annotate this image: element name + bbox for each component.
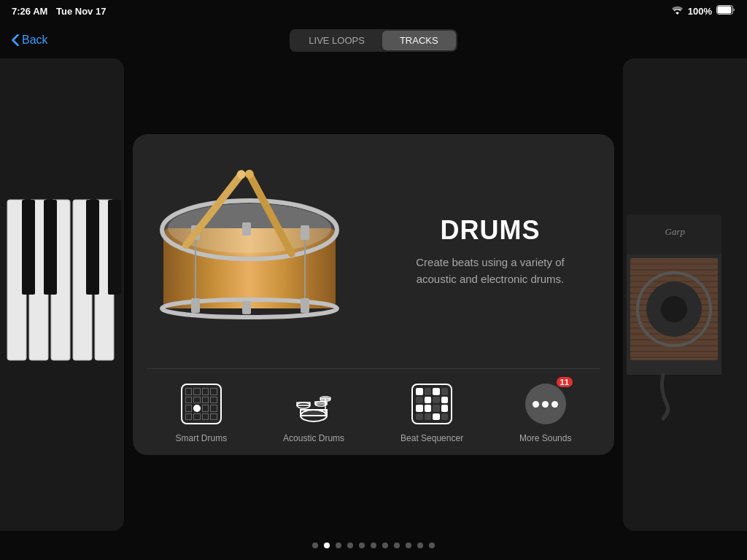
svg-text:Garp: Garp xyxy=(665,226,686,237)
card-description: Create beats using a variety of acoustic… xyxy=(399,254,581,287)
dot-7 xyxy=(394,542,400,548)
dot-4 xyxy=(359,542,365,548)
segment-live-loops[interactable]: LIVE LOOPS xyxy=(291,31,382,50)
beat-sequencer-label: Beat Sequencer xyxy=(400,433,463,443)
status-time: 7:26 AM xyxy=(12,6,47,17)
svg-point-62 xyxy=(661,296,687,322)
piano-visual xyxy=(0,58,124,531)
amp-visual: Garp xyxy=(623,58,747,531)
back-button[interactable]: Back xyxy=(12,34,48,47)
dot-5 xyxy=(371,542,376,548)
svg-rect-20 xyxy=(301,298,309,313)
beat-sequencer-icon xyxy=(409,381,455,427)
dot-indicators xyxy=(0,531,747,560)
svg-rect-30 xyxy=(301,410,327,416)
smart-drums-icon xyxy=(178,381,225,427)
segment-tracks[interactable]: TRACKS xyxy=(382,31,456,50)
acoustic-drums-svg xyxy=(293,384,334,424)
dot-0 xyxy=(312,542,318,548)
more-sounds-icon-container: 11 xyxy=(522,381,569,427)
drum-svg xyxy=(147,149,352,354)
dot-8 xyxy=(406,542,411,548)
card-title: DRUMS xyxy=(441,215,541,246)
status-time-date: 7:26 AM Tue Nov 17 xyxy=(12,6,106,17)
svg-rect-63 xyxy=(627,360,721,375)
svg-rect-8 xyxy=(44,200,57,295)
smart-drums-grid xyxy=(181,384,222,424)
back-label: Back xyxy=(22,34,48,47)
dot-3 xyxy=(347,542,353,548)
dot-9 xyxy=(417,542,423,548)
dot-6 xyxy=(382,542,388,548)
more-sounds-badge: 11 xyxy=(557,377,573,387)
battery-percentage: 100% xyxy=(688,6,712,17)
content-area: DRUMS Create beats using a variety of ac… xyxy=(0,58,747,531)
svg-rect-22 xyxy=(242,301,251,314)
card-top: DRUMS Create beats using a variety of ac… xyxy=(133,134,614,368)
svg-rect-1 xyxy=(718,7,732,14)
segment-control: LIVE LOOPS TRACKS xyxy=(290,29,457,52)
drum-visual xyxy=(147,149,352,354)
dot-1 xyxy=(324,542,330,548)
card-bottom-options: Smart Drums xyxy=(133,369,614,455)
piano-keys-svg xyxy=(0,141,124,448)
wifi-icon xyxy=(671,6,684,17)
svg-rect-7 xyxy=(22,200,35,295)
option-more-sounds[interactable]: 11 More Sounds xyxy=(519,381,571,443)
acoustic-drums-label: Acoustic Drums xyxy=(283,433,344,443)
svg-rect-40 xyxy=(627,244,721,254)
left-panel[interactable] xyxy=(0,58,124,531)
option-beat-sequencer[interactable]: Beat Sequencer xyxy=(400,381,463,443)
dot-2 xyxy=(336,542,341,548)
svg-rect-9 xyxy=(86,200,99,295)
option-smart-drums[interactable]: Smart Drums xyxy=(175,381,227,443)
more-sounds-label: More Sounds xyxy=(519,433,571,443)
svg-rect-37 xyxy=(315,402,327,404)
dot-10 xyxy=(429,542,435,548)
acoustic-drums-icon xyxy=(290,381,337,427)
top-nav: Back LIVE LOOPS TRACKS xyxy=(0,22,747,58)
right-panel[interactable]: Garp xyxy=(623,58,747,531)
battery-icon xyxy=(716,5,735,17)
amp-svg: Garp xyxy=(623,141,747,448)
svg-rect-21 xyxy=(242,222,251,236)
smart-drums-label: Smart Drums xyxy=(175,433,227,443)
svg-rect-18 xyxy=(301,225,309,240)
status-date: Tue Nov 17 xyxy=(56,6,106,17)
drums-card[interactable]: DRUMS Create beats using a variety of ac… xyxy=(133,134,614,455)
card-info: DRUMS Create beats using a variety of ac… xyxy=(381,215,600,287)
status-bar: 7:26 AM Tue Nov 17 100% xyxy=(0,0,747,22)
svg-rect-32 xyxy=(297,402,310,405)
option-acoustic-drums[interactable]: Acoustic Drums xyxy=(283,381,344,443)
status-right-icons: 100% xyxy=(671,5,735,17)
svg-rect-19 xyxy=(191,298,200,313)
more-sounds-dots xyxy=(525,384,566,424)
beat-seq-grid xyxy=(411,384,452,424)
svg-rect-10 xyxy=(108,200,121,295)
